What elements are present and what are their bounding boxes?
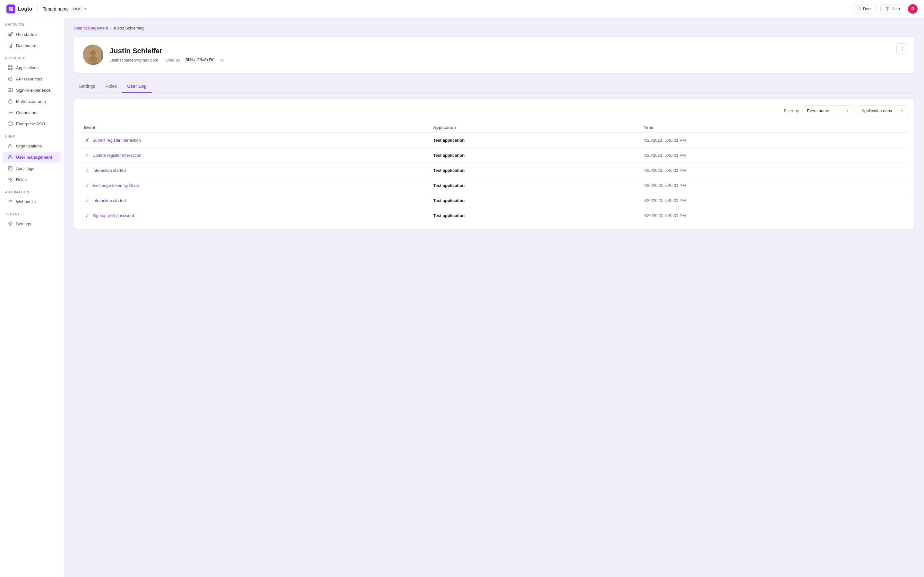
table-row: ✓ Interaction started Test application 4… bbox=[80, 163, 908, 178]
breadcrumb-current: Justin Schleiferg bbox=[113, 26, 144, 31]
sidebar-item-audit-logs[interactable]: Audit logs bbox=[3, 163, 61, 174]
sidebar-section-tenant: TENANT bbox=[0, 207, 64, 218]
event-name-filter[interactable]: Event name ▾ bbox=[802, 105, 853, 116]
success-icon: ✓ bbox=[85, 182, 89, 189]
user-id-label: User ID bbox=[166, 58, 180, 63]
tab-user-log[interactable]: User Log bbox=[122, 81, 152, 93]
settings-icon bbox=[8, 221, 13, 226]
event-link[interactable]: Exchange token by Code bbox=[92, 183, 139, 188]
log-panel: Filter by Event name ▾ Application name … bbox=[74, 99, 914, 229]
tenant-selector[interactable]: Tenant name Dev ▾ bbox=[43, 6, 86, 11]
user-avatar-topbar[interactable]: Я bbox=[908, 4, 918, 14]
event-name-filter-label: Event name bbox=[807, 108, 829, 113]
time-value: 4/26/2023, 5:40:01 PM bbox=[644, 168, 686, 173]
user-meta-separator: | bbox=[162, 58, 162, 63]
copy-user-id-button[interactable]: ⧉ bbox=[220, 57, 224, 63]
main-content: User Management / Justin Schleiferg Just… bbox=[64, 18, 924, 577]
user-management-icon bbox=[8, 155, 13, 160]
svg-point-13 bbox=[10, 144, 11, 146]
topbar-actions: 📄 Docs ❓ Help Я bbox=[852, 4, 918, 14]
user-meta: justinschleifer@gmail.com | User ID RUMa… bbox=[110, 57, 905, 63]
svg-point-21 bbox=[89, 56, 97, 63]
table-row: ✗ Submit register interaction Test appli… bbox=[80, 133, 908, 148]
table-row: ✓ Sign up with password Test application… bbox=[80, 208, 908, 223]
success-icon: ✓ bbox=[85, 167, 89, 173]
event-cell: ✓ Exchange token by Code bbox=[80, 178, 429, 193]
event-cell: ✓ Interaction started bbox=[80, 163, 429, 178]
svg-rect-7 bbox=[11, 68, 13, 70]
svg-rect-15 bbox=[8, 166, 12, 170]
event-link[interactable]: Interaction started bbox=[92, 168, 126, 173]
log-table: Event Application Time ✗ Submit register… bbox=[80, 122, 908, 223]
svg-rect-3 bbox=[11, 9, 13, 11]
docs-button[interactable]: 📄 Docs bbox=[852, 4, 877, 13]
avatar-silhouette bbox=[86, 47, 101, 63]
time-cell: 4/26/2023, 5:40:01 PM bbox=[640, 163, 908, 178]
webhooks-icon bbox=[8, 199, 13, 204]
event-cell: ✓ Update register interaction bbox=[80, 148, 429, 163]
user-avatar-image bbox=[83, 45, 103, 65]
sidebar-item-settings[interactable]: Settings bbox=[3, 218, 61, 229]
breadcrumb-parent[interactable]: User Management bbox=[74, 26, 108, 31]
user-more-options-button[interactable]: ⋮ bbox=[897, 43, 908, 55]
filter-row: Filter by Event name ▾ Application name … bbox=[80, 105, 908, 116]
success-icon: ✓ bbox=[85, 213, 89, 219]
success-icon: ✓ bbox=[85, 197, 89, 203]
sidebar-item-api-resources[interactable]: API resources bbox=[3, 73, 61, 84]
app-filter-chevron-icon: ▾ bbox=[901, 109, 903, 113]
application-cell: Test application bbox=[429, 178, 640, 193]
sidebar-item-connectors[interactable]: Connectors bbox=[3, 107, 61, 118]
app-name-filter[interactable]: Application name ▾ bbox=[857, 105, 908, 116]
svg-rect-2 bbox=[9, 9, 11, 11]
sidebar-section-overview: OVERVIEW bbox=[0, 18, 64, 29]
application-cell: Test application bbox=[429, 163, 640, 178]
time-value: 4/26/2023, 5:40:01 PM bbox=[644, 213, 686, 218]
sidebar-item-webhooks[interactable]: Webhooks bbox=[3, 196, 61, 207]
tenant-name: Tenant name bbox=[43, 6, 69, 11]
svg-point-18 bbox=[10, 223, 11, 225]
tab-settings[interactable]: Settings bbox=[74, 81, 100, 93]
app-name-filter-label: Application name bbox=[861, 108, 893, 113]
event-link[interactable]: Interaction started bbox=[92, 198, 126, 203]
sidebar-item-multi-factor-auth[interactable]: Multi-factor auth bbox=[3, 96, 61, 107]
sidebar-item-user-management[interactable]: User management bbox=[3, 152, 61, 163]
user-id-value: RUMatENw0rFW bbox=[183, 57, 216, 63]
sidebar-item-organizations[interactable]: Organizations bbox=[3, 140, 61, 151]
svg-rect-5 bbox=[11, 65, 13, 67]
event-cell: ✓ Sign up with password bbox=[80, 208, 429, 223]
svg-rect-0 bbox=[9, 7, 11, 9]
audit-logs-icon bbox=[8, 166, 13, 171]
svg-point-20 bbox=[90, 50, 96, 56]
tab-roles[interactable]: Roles bbox=[100, 81, 122, 93]
time-value: 4/26/2023, 5:40:01 PM bbox=[644, 153, 686, 158]
svg-rect-10 bbox=[9, 101, 12, 103]
docs-icon: 📄 bbox=[856, 6, 861, 11]
event-link[interactable]: Sign up with password bbox=[92, 213, 134, 218]
layout: OVERVIEW 🚀 Get started 📊 Dashboard RESOU… bbox=[0, 0, 924, 577]
sidebar-section-user: USER bbox=[0, 129, 64, 140]
time-cell: 4/26/2023, 5:40:01 PM bbox=[640, 178, 908, 193]
svg-rect-1 bbox=[11, 7, 13, 9]
sidebar-item-dashboard[interactable]: 📊 Dashboard bbox=[3, 40, 61, 51]
error-icon: ✗ bbox=[84, 137, 90, 143]
logo: Logto bbox=[6, 5, 32, 13]
application-cell: Test application bbox=[429, 148, 640, 163]
api-resources-icon bbox=[8, 76, 13, 81]
time-value: 4/26/2023, 5:40:01 PM bbox=[644, 138, 686, 143]
help-button[interactable]: ❓ Help bbox=[880, 4, 904, 13]
sidebar-item-enterprise-sso[interactable]: Enterprise SSO bbox=[3, 118, 61, 129]
more-options-icon: ⋮ bbox=[900, 46, 905, 52]
sidebar-item-roles[interactable]: Roles bbox=[3, 174, 61, 185]
sidebar-item-get-started[interactable]: 🚀 Get started bbox=[3, 29, 61, 40]
success-icon: ✓ bbox=[84, 167, 90, 173]
col-time: Time bbox=[640, 122, 908, 133]
breadcrumb: User Management / Justin Schleiferg bbox=[74, 26, 914, 31]
svg-rect-4 bbox=[8, 65, 10, 67]
event-link[interactable]: Update register interaction bbox=[92, 153, 141, 158]
user-email: justinschleifer@gmail.com bbox=[110, 58, 158, 63]
user-card: Justin Schleifer justinschleifer@gmail.c… bbox=[74, 37, 914, 73]
sidebar-item-applications[interactable]: Applications bbox=[3, 62, 61, 73]
sidebar-item-sign-in-experience[interactable]: Sign-in experience bbox=[3, 85, 61, 95]
topbar: Logto Tenant name Dev ▾ 📄 Docs ❓ Help Я bbox=[0, 0, 924, 18]
event-link[interactable]: Submit register interaction bbox=[92, 138, 141, 143]
